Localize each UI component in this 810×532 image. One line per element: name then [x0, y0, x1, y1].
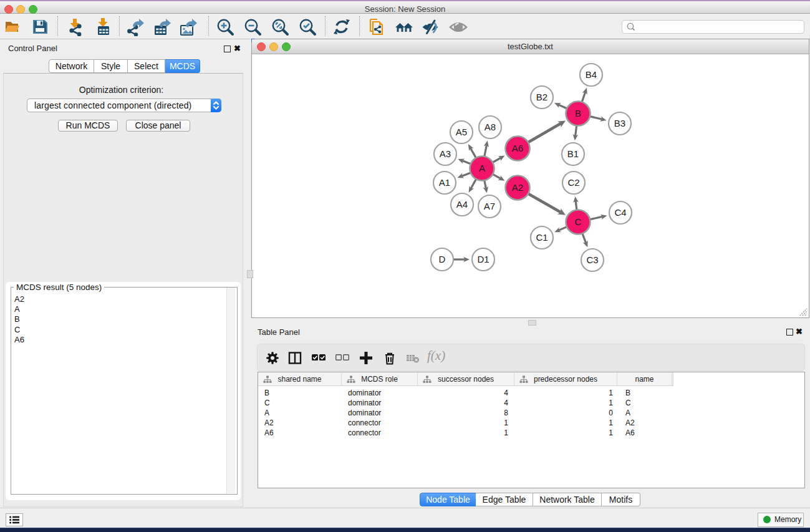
svg-text:B3: B3: [614, 118, 625, 128]
svg-text:B1: B1: [567, 148, 579, 159]
svg-text:C4: C4: [614, 207, 626, 218]
svg-text:B2: B2: [536, 92, 547, 102]
svg-text:D1: D1: [477, 254, 489, 264]
svg-text:A8: A8: [485, 122, 496, 132]
svg-text:A6: A6: [512, 143, 523, 153]
svg-text:B4: B4: [586, 69, 597, 80]
svg-text:A1: A1: [439, 177, 450, 188]
svg-text:A5: A5: [456, 127, 467, 137]
svg-text:A: A: [479, 163, 485, 173]
svg-text:D: D: [439, 254, 446, 264]
svg-text:A7: A7: [484, 201, 495, 211]
svg-text:B: B: [575, 108, 581, 118]
svg-text:C2: C2: [567, 177, 579, 188]
svg-text:A4: A4: [456, 199, 468, 210]
svg-text:A3: A3: [440, 148, 451, 159]
svg-text:A2: A2: [512, 182, 523, 193]
svg-text:C: C: [575, 216, 582, 227]
svg-text:C3: C3: [586, 254, 598, 265]
svg-text:C1: C1: [536, 232, 547, 243]
